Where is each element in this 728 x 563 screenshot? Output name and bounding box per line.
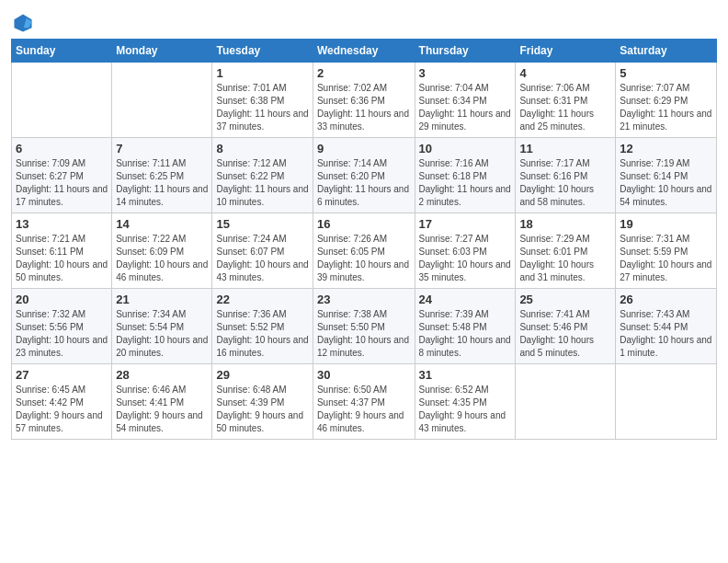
day-detail: Sunrise: 7:38 AM Sunset: 5:50 PM Dayligh…	[317, 308, 411, 360]
day-detail: Sunrise: 7:09 AM Sunset: 6:27 PM Dayligh…	[16, 157, 108, 209]
table-row: 3Sunrise: 7:04 AM Sunset: 6:34 PM Daylig…	[415, 63, 516, 138]
day-number: 9	[317, 142, 411, 155]
col-tuesday: Tuesday	[212, 40, 313, 63]
logo	[11, 13, 33, 33]
page: Sunday Monday Tuesday Wednesday Thursday…	[0, 0, 728, 563]
day-number: 12	[620, 142, 712, 155]
table-row: 27Sunrise: 6:45 AM Sunset: 4:42 PM Dayli…	[12, 364, 112, 440]
day-detail: Sunrise: 7:07 AM Sunset: 6:29 PM Dayligh…	[620, 82, 712, 133]
day-number: 3	[419, 66, 512, 80]
calendar-week-row: 20Sunrise: 7:32 AM Sunset: 5:56 PM Dayli…	[12, 289, 717, 364]
table-row: 7Sunrise: 7:11 AM Sunset: 6:25 PM Daylig…	[112, 138, 212, 213]
col-sunday: Sunday	[12, 40, 112, 63]
day-number: 2	[317, 66, 411, 80]
table-row	[616, 364, 717, 440]
day-number: 23	[317, 293, 411, 306]
table-row: 23Sunrise: 7:38 AM Sunset: 5:50 PM Dayli…	[313, 289, 415, 364]
day-number: 8	[216, 142, 308, 155]
day-detail: Sunrise: 6:52 AM Sunset: 4:35 PM Dayligh…	[419, 384, 512, 435]
day-detail: Sunrise: 7:01 AM Sunset: 6:38 PM Dayligh…	[216, 82, 308, 133]
day-detail: Sunrise: 7:12 AM Sunset: 6:22 PM Dayligh…	[216, 157, 308, 209]
day-number: 1	[216, 66, 308, 80]
day-number: 16	[317, 217, 411, 231]
day-detail: Sunrise: 7:02 AM Sunset: 6:36 PM Dayligh…	[317, 82, 411, 133]
day-detail: Sunrise: 7:29 AM Sunset: 6:01 PM Dayligh…	[519, 233, 611, 284]
day-number: 21	[116, 293, 208, 306]
day-detail: Sunrise: 7:43 AM Sunset: 5:44 PM Dayligh…	[620, 308, 712, 360]
day-number: 30	[317, 368, 411, 382]
day-detail: Sunrise: 6:45 AM Sunset: 4:42 PM Dayligh…	[16, 384, 108, 435]
table-row: 12Sunrise: 7:19 AM Sunset: 6:14 PM Dayli…	[616, 138, 717, 213]
day-detail: Sunrise: 6:48 AM Sunset: 4:39 PM Dayligh…	[216, 384, 308, 435]
table-row: 6Sunrise: 7:09 AM Sunset: 6:27 PM Daylig…	[12, 138, 112, 213]
table-row: 21Sunrise: 7:34 AM Sunset: 5:54 PM Dayli…	[112, 289, 212, 364]
day-number: 20	[16, 293, 108, 306]
day-number: 17	[419, 217, 512, 231]
day-number: 11	[519, 142, 611, 155]
table-row: 1Sunrise: 7:01 AM Sunset: 6:38 PM Daylig…	[212, 63, 313, 138]
day-detail: Sunrise: 7:14 AM Sunset: 6:20 PM Dayligh…	[317, 157, 411, 209]
table-row: 17Sunrise: 7:27 AM Sunset: 6:03 PM Dayli…	[415, 213, 516, 289]
day-number: 25	[519, 293, 611, 306]
day-detail: Sunrise: 7:26 AM Sunset: 6:05 PM Dayligh…	[317, 233, 411, 284]
day-number: 19	[620, 217, 712, 231]
table-row	[112, 63, 212, 138]
table-row: 19Sunrise: 7:31 AM Sunset: 5:59 PM Dayli…	[616, 213, 717, 289]
day-number: 5	[620, 66, 712, 80]
day-detail: Sunrise: 7:04 AM Sunset: 6:34 PM Dayligh…	[419, 82, 512, 133]
calendar-week-row: 6Sunrise: 7:09 AM Sunset: 6:27 PM Daylig…	[12, 138, 717, 213]
calendar-table: Sunday Monday Tuesday Wednesday Thursday…	[11, 39, 717, 440]
table-row: 13Sunrise: 7:21 AM Sunset: 6:11 PM Dayli…	[12, 213, 112, 289]
col-thursday: Thursday	[415, 40, 516, 63]
day-detail: Sunrise: 6:46 AM Sunset: 4:41 PM Dayligh…	[116, 384, 208, 435]
day-detail: Sunrise: 6:50 AM Sunset: 4:37 PM Dayligh…	[317, 384, 411, 435]
table-row: 14Sunrise: 7:22 AM Sunset: 6:09 PM Dayli…	[112, 213, 212, 289]
col-wednesday: Wednesday	[313, 40, 415, 63]
day-detail: Sunrise: 7:17 AM Sunset: 6:16 PM Dayligh…	[519, 157, 611, 209]
day-number: 28	[116, 368, 208, 382]
day-detail: Sunrise: 7:21 AM Sunset: 6:11 PM Dayligh…	[16, 233, 108, 284]
col-monday: Monday	[112, 40, 212, 63]
day-number: 7	[116, 142, 208, 155]
table-row: 20Sunrise: 7:32 AM Sunset: 5:56 PM Dayli…	[12, 289, 112, 364]
day-number: 29	[216, 368, 308, 382]
table-row: 30Sunrise: 6:50 AM Sunset: 4:37 PM Dayli…	[313, 364, 415, 440]
table-row: 24Sunrise: 7:39 AM Sunset: 5:48 PM Dayli…	[415, 289, 516, 364]
day-detail: Sunrise: 7:31 AM Sunset: 5:59 PM Dayligh…	[620, 233, 712, 284]
day-number: 15	[216, 217, 308, 231]
col-friday: Friday	[516, 40, 616, 63]
day-detail: Sunrise: 7:32 AM Sunset: 5:56 PM Dayligh…	[16, 308, 108, 360]
table-row: 28Sunrise: 6:46 AM Sunset: 4:41 PM Dayli…	[112, 364, 212, 440]
day-detail: Sunrise: 7:27 AM Sunset: 6:03 PM Dayligh…	[419, 233, 512, 284]
day-number: 4	[519, 66, 611, 80]
logo-icon	[13, 13, 33, 33]
day-detail: Sunrise: 7:36 AM Sunset: 5:52 PM Dayligh…	[216, 308, 308, 360]
day-number: 26	[620, 293, 712, 306]
day-number: 13	[16, 217, 108, 231]
table-row: 26Sunrise: 7:43 AM Sunset: 5:44 PM Dayli…	[616, 289, 717, 364]
day-detail: Sunrise: 7:39 AM Sunset: 5:48 PM Dayligh…	[419, 308, 512, 360]
table-row: 29Sunrise: 6:48 AM Sunset: 4:39 PM Dayli…	[212, 364, 313, 440]
day-detail: Sunrise: 7:24 AM Sunset: 6:07 PM Dayligh…	[216, 233, 308, 284]
day-detail: Sunrise: 7:11 AM Sunset: 6:25 PM Dayligh…	[116, 157, 208, 209]
day-detail: Sunrise: 7:06 AM Sunset: 6:31 PM Dayligh…	[519, 82, 611, 133]
table-row: 15Sunrise: 7:24 AM Sunset: 6:07 PM Dayli…	[212, 213, 313, 289]
day-detail: Sunrise: 7:16 AM Sunset: 6:18 PM Dayligh…	[419, 157, 512, 209]
table-row: 4Sunrise: 7:06 AM Sunset: 6:31 PM Daylig…	[516, 63, 616, 138]
table-row: 31Sunrise: 6:52 AM Sunset: 4:35 PM Dayli…	[415, 364, 516, 440]
table-row: 22Sunrise: 7:36 AM Sunset: 5:52 PM Dayli…	[212, 289, 313, 364]
day-detail: Sunrise: 7:22 AM Sunset: 6:09 PM Dayligh…	[116, 233, 208, 284]
day-number: 24	[419, 293, 512, 306]
table-row: 25Sunrise: 7:41 AM Sunset: 5:46 PM Dayli…	[516, 289, 616, 364]
table-row: 10Sunrise: 7:16 AM Sunset: 6:18 PM Dayli…	[415, 138, 516, 213]
header	[11, 9, 717, 33]
day-number: 6	[16, 142, 108, 155]
calendar-week-row: 13Sunrise: 7:21 AM Sunset: 6:11 PM Dayli…	[12, 213, 717, 289]
day-number: 31	[419, 368, 512, 382]
col-saturday: Saturday	[616, 40, 717, 63]
day-detail: Sunrise: 7:19 AM Sunset: 6:14 PM Dayligh…	[620, 157, 712, 209]
day-number: 27	[16, 368, 108, 382]
day-number: 10	[419, 142, 512, 155]
day-number: 22	[216, 293, 308, 306]
day-detail: Sunrise: 7:34 AM Sunset: 5:54 PM Dayligh…	[116, 308, 208, 360]
